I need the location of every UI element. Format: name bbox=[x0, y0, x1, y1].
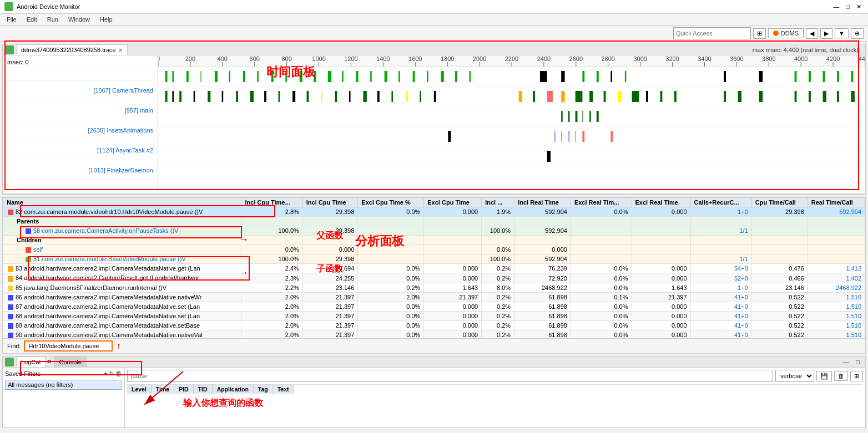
quick-access-input[interactable] bbox=[673, 27, 751, 39]
ddms-button[interactable]: DDMS bbox=[768, 28, 804, 38]
cell-incl-cpu-pct bbox=[241, 217, 302, 226]
table-header-row: Name Incl Cpu Time... Incl Cpu Time Excl… bbox=[3, 198, 865, 207]
table-row[interactable]: 89 android.hardware.camera2.impl.CameraM… bbox=[3, 320, 865, 330]
table-row[interactable]: 90 android.hardware.camera2.impl.CameraM… bbox=[3, 330, 865, 338]
find-input[interactable] bbox=[24, 340, 113, 352]
trace-tab[interactable]: ddms3740095322034089258.trace ✕ bbox=[16, 44, 128, 55]
col-excl-real-pct: Excl Real Tim... bbox=[571, 198, 632, 207]
thread-row-asynctask[interactable]: [1124] AsyncTask #2 bbox=[3, 140, 158, 160]
menu-window[interactable]: Window bbox=[64, 15, 94, 24]
clear-log-btn[interactable]: 🗑 bbox=[834, 371, 848, 381]
toolbar-btn-3[interactable]: ▼ bbox=[835, 28, 849, 38]
thread-row-camera[interactable]: [1067] CameraThread bbox=[3, 80, 158, 100]
table-row[interactable]: 81 com.zui.camera.module.BaseVideoModule… bbox=[3, 254, 865, 264]
table-row[interactable]: 82 com.zui.camera.module.videohdr10.Hdr1… bbox=[3, 207, 865, 217]
svg-rect-89 bbox=[250, 91, 254, 102]
cell-incl-pct: 100.0% bbox=[482, 226, 514, 236]
cell-incl-real bbox=[514, 236, 571, 245]
verbose-select[interactable]: verbose debug info warn error bbox=[775, 370, 814, 382]
thread-row-finalizer[interactable]: [1013] FinalizerDaemon bbox=[3, 160, 158, 180]
trace-tab-label: ddms3740095322034089258.trace bbox=[21, 47, 116, 53]
table-row[interactable]: 86 android.hardware.camera2.impl.CameraM… bbox=[3, 292, 865, 302]
svg-rect-115 bbox=[724, 91, 726, 102]
thread-row-insets[interactable]: [2636] InsetsAnimations bbox=[3, 120, 158, 140]
trace-tab-close[interactable]: ✕ bbox=[118, 47, 123, 53]
table-row[interactable]: 83 android.hardware.camera2.impl.CameraM… bbox=[3, 264, 865, 273]
cell-incl-pct: 1.9% bbox=[482, 207, 514, 217]
svg-rect-92 bbox=[292, 91, 295, 102]
track-camera-thread[interactable] bbox=[158, 67, 865, 86]
all-messages-filter[interactable]: All messages (no filters) bbox=[5, 380, 122, 390]
track-asynctask-thread[interactable] bbox=[158, 126, 865, 146]
col-name: Name bbox=[3, 198, 241, 207]
close-btn[interactable]: ✕ bbox=[854, 3, 864, 11]
table-row[interactable]: 85 java.lang.Daemons$FinalizerDaemon.run… bbox=[3, 283, 865, 292]
track-finalizer-thread[interactable] bbox=[158, 146, 865, 166]
menu-edit[interactable]: Edit bbox=[22, 15, 42, 24]
svg-rect-70 bbox=[561, 71, 564, 82]
svg-rect-100 bbox=[406, 91, 408, 102]
svg-rect-60 bbox=[356, 71, 359, 82]
menu-help[interactable]: Help bbox=[95, 15, 117, 24]
toggle-log-btn[interactable]: ⊞ bbox=[850, 371, 863, 381]
tab-console[interactable]: Console bbox=[54, 356, 86, 367]
table-row[interactable]: 84 android.hardware.camera2.CaptureResul… bbox=[3, 273, 865, 283]
add-filter-btn[interactable]: + bbox=[104, 370, 108, 378]
table-row[interactable]: 58 com.zui.camera.CameraActivity.onPause… bbox=[3, 226, 865, 236]
delete-filter-btn[interactable]: 🗑 bbox=[115, 370, 122, 378]
table-row[interactable]: Children bbox=[3, 236, 865, 245]
cell-excl-real-pct: 0.0% bbox=[571, 207, 632, 217]
toolbar-btn-2[interactable]: ▶ bbox=[820, 28, 832, 39]
track-insets-thread[interactable] bbox=[158, 106, 865, 126]
cell-excl-cpu-pct: 0.0% bbox=[358, 302, 424, 311]
cell-excl-real: 1.643 bbox=[632, 283, 690, 292]
trace-tab-icon bbox=[5, 45, 14, 54]
menu-file[interactable]: File bbox=[2, 15, 21, 24]
svg-rect-117 bbox=[759, 91, 763, 102]
toolbar-btn-4[interactable]: ⊕ bbox=[851, 28, 864, 39]
cell-excl-cpu bbox=[424, 245, 482, 254]
save-log-btn[interactable]: 💾 bbox=[816, 371, 832, 381]
tab-logcat-close[interactable]: ✕ bbox=[47, 358, 52, 365]
minimize-btn[interactable]: — bbox=[831, 3, 841, 11]
cell-incl-real: 2468.922 bbox=[514, 283, 571, 292]
svg-rect-106 bbox=[561, 91, 564, 102]
table-row[interactable]: self 0.0% 0.000 0.0% 0.000 bbox=[3, 245, 865, 254]
cell-incl-pct: 0.2% bbox=[482, 320, 514, 330]
track-main-thread[interactable] bbox=[158, 86, 865, 106]
find-arrow-icon: ↑ bbox=[116, 341, 120, 351]
cell-excl-real-pct: 0.0% bbox=[571, 302, 632, 311]
minimize-bottom-btn[interactable]: — bbox=[840, 358, 852, 366]
tab-logcat[interactable]: LogCat bbox=[16, 356, 46, 367]
timeline-area[interactable]: 0200400600800100012001400160018002000220… bbox=[158, 55, 865, 193]
table-row[interactable]: Parents bbox=[3, 217, 865, 226]
cell-incl-real: 61.898 bbox=[514, 311, 571, 320]
cell-real-call: 1.510 bbox=[808, 311, 865, 320]
svg-rect-134 bbox=[582, 131, 584, 142]
log-search-input[interactable] bbox=[127, 370, 773, 382]
menu-run[interactable]: Run bbox=[43, 15, 63, 24]
cell-incl-cpu-pct: 2.4% bbox=[241, 264, 302, 273]
cell-excl-cpu: 0.000 bbox=[424, 264, 482, 273]
edit-filter-btn[interactable]: ✎ bbox=[109, 370, 114, 378]
svg-text:400: 400 bbox=[218, 55, 228, 62]
thread-row-main[interactable]: [957] main bbox=[3, 100, 158, 120]
cell-name: self bbox=[3, 245, 241, 254]
maximize-btn[interactable]: □ bbox=[844, 3, 852, 11]
log-input-area: verbose debug info warn error 💾 🗑 ⊞ Leve… bbox=[125, 368, 865, 427]
saved-filters-panel: Saved Filters + ✎ 🗑 All messages (no fil… bbox=[3, 368, 125, 427]
svg-rect-61 bbox=[370, 71, 372, 82]
svg-rect-111 bbox=[632, 91, 639, 102]
new-window-btn[interactable]: ⊞ bbox=[753, 28, 766, 39]
table-row[interactable]: 88 android.hardware.camera2.impl.CameraM… bbox=[3, 311, 865, 320]
svg-rect-79 bbox=[823, 71, 825, 82]
toolbar-btn-1[interactable]: ◀ bbox=[806, 28, 818, 39]
track-camera-svg bbox=[158, 67, 865, 86]
cell-excl-real-pct: 0.0% bbox=[571, 283, 632, 292]
cell-name: 86 android.hardware.camera2.impl.CameraM… bbox=[3, 292, 241, 302]
maximize-bottom-btn[interactable]: □ bbox=[852, 358, 863, 366]
col-excl-cpu-pct: Excl Cpu Time % bbox=[358, 198, 424, 207]
table-row[interactable]: 87 android.hardware.camera2.impl.CameraM… bbox=[3, 302, 865, 311]
cell-incl-pct: 0.0% bbox=[482, 245, 514, 254]
track-finalizer-svg bbox=[158, 146, 865, 166]
